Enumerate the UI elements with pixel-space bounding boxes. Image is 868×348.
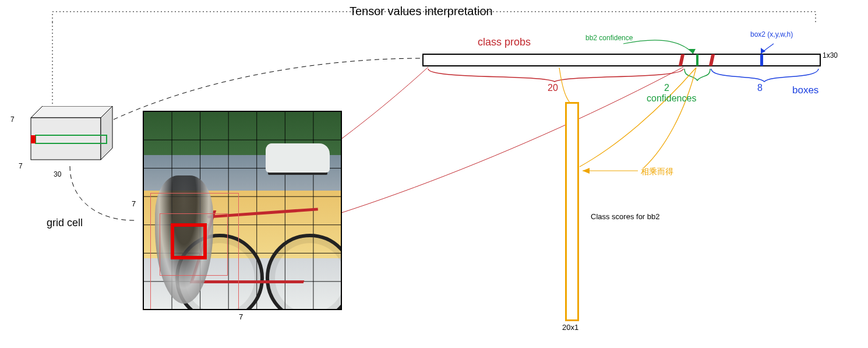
svg-marker-2 (761, 48, 765, 54)
image-axis-w: 7 (239, 312, 243, 321)
scene-bike-wheel (266, 234, 342, 310)
mark-conf-end (709, 54, 715, 66)
cube-dim-h: 7 (10, 115, 15, 124)
diagram-stage: Tensor values interpretation (0, 0, 868, 348)
svg-rect-9 (31, 135, 36, 143)
boxes-count: 8 (757, 83, 763, 93)
multiply-note: 相乘而得 (641, 167, 673, 177)
mark-box2 (760, 54, 763, 66)
input-image-grid (143, 111, 342, 310)
selected-grid-cell (171, 223, 207, 259)
box2-hint: box2 (x,y,w,h) (750, 30, 793, 38)
image-axis-h: 7 (132, 199, 136, 208)
svg-marker-5 (31, 106, 112, 118)
boxes-label: boxes (792, 85, 818, 96)
scene-bike-frame (207, 208, 318, 218)
mark-bb2-conf (696, 54, 698, 66)
grid-cell-label: grid cell (47, 217, 83, 229)
scene-dog (155, 175, 213, 304)
confidences-label: confidences (647, 93, 696, 104)
output-tensor-cube (20, 106, 108, 164)
svg-marker-4 (583, 168, 590, 174)
confidences-count: 2 (664, 83, 669, 93)
class-score-vector (565, 102, 579, 321)
cube-dim-d: 30 (54, 170, 61, 178)
tensor-bar-size: 1x30 (823, 51, 838, 59)
diagram-title: Tensor values interpretation (350, 5, 493, 18)
mark-classprobs-end (679, 54, 684, 66)
tensor-row-bar (422, 54, 821, 66)
cube-dim-w: 7 (19, 162, 23, 170)
bbox-candidate (160, 213, 228, 276)
connector-lines (0, 0, 868, 348)
scene-car (266, 143, 330, 173)
class-score-size: 20x1 (562, 323, 578, 332)
scene-bike-wheel (175, 234, 264, 310)
class-probs-count: 20 (548, 83, 558, 93)
bb2-confidence-hint: bb2 confidence (585, 34, 633, 42)
svg-rect-6 (31, 118, 101, 160)
svg-marker-1 (689, 49, 696, 54)
class-score-caption: Class scores for bb2 (591, 212, 660, 221)
bbox-candidate (150, 193, 239, 310)
class-probs-label: class probs (478, 36, 531, 48)
scene-bike-frame (190, 210, 327, 283)
